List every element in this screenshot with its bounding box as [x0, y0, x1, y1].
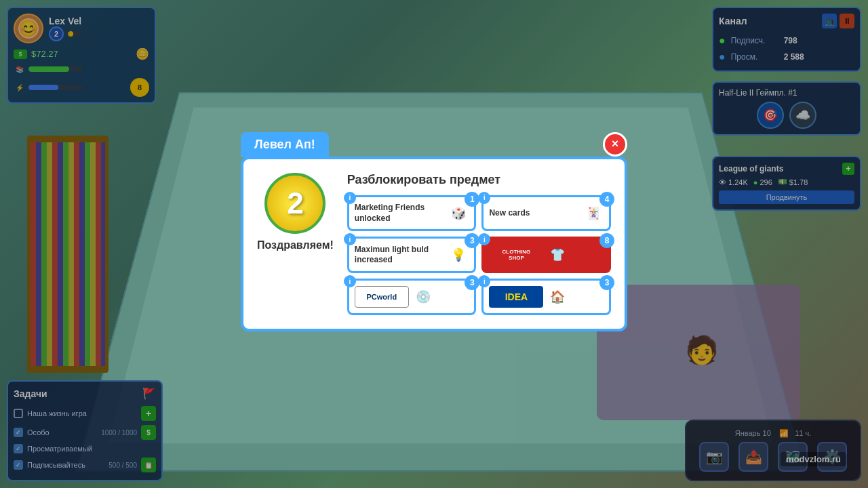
- unlock-count-6: 3: [599, 275, 614, 290]
- idea-logo: IDEA: [489, 286, 543, 308]
- modal-left: 2 Поздравляем!: [257, 173, 334, 251]
- unlock-item-clothing[interactable]: i CLOTHING SHOP 👕 8: [481, 237, 611, 273]
- unlock-count-3: 3: [465, 233, 479, 248]
- info-icon-6: i: [478, 275, 490, 287]
- unlock-count-1: 1: [465, 192, 479, 207]
- unlock-title: Разблокировать предмет: [347, 173, 611, 187]
- levelup-modal: Левел Ап! × 2 Поздравляем! Разблокироват…: [241, 157, 627, 331]
- unlock-item-cards[interactable]: i New cards 🃏 4: [481, 195, 611, 231]
- congrats-text: Поздравляем!: [257, 239, 334, 251]
- modal-right: Разблокировать предмет i Marketing Frien…: [347, 173, 611, 315]
- unlock-icon-2: 🃏: [583, 203, 604, 224]
- unlock-item-marketing[interactable]: i Marketing Friends unlocked 🎲 1: [347, 195, 477, 231]
- unlock-icon-4: 👕: [547, 245, 568, 265]
- level-circle: 2: [264, 173, 326, 234]
- unlock-item-idea[interactable]: i IDEA 🏠 3: [481, 279, 611, 315]
- modal-body: 2 Поздравляем! Разблокировать предмет i …: [257, 173, 611, 315]
- unlock-icon-1: 🎲: [448, 203, 469, 224]
- unlock-item-text-2: New cards: [489, 208, 579, 219]
- modal-header: Левел Ап!: [241, 132, 329, 157]
- info-icon-2: i: [478, 192, 490, 204]
- info-icon-3: i: [344, 233, 356, 245]
- info-icon-5: i: [344, 275, 356, 287]
- unlock-count-2: 4: [599, 192, 614, 207]
- unlock-icon-3: 💡: [448, 245, 469, 265]
- unlock-icon-6: 🏠: [547, 287, 568, 307]
- unlock-item-text-1: Marketing Friends unlocked: [355, 203, 445, 224]
- clothing-logo: CLOTHING SHOP: [489, 244, 543, 266]
- modal-close-button[interactable]: ×: [603, 132, 627, 157]
- modal-overlay: Левел Ап! × 2 Поздравляем! Разблокироват…: [0, 0, 868, 488]
- unlock-icon-5: 💿: [413, 287, 433, 307]
- unlock-item-pcworld[interactable]: i PCworld 💿 3: [347, 279, 477, 315]
- unlock-grid: i Marketing Friends unlocked 🎲 1 i New c…: [347, 195, 611, 315]
- info-icon-4: i: [478, 233, 490, 245]
- pcworld-logo: PCworld: [355, 286, 409, 308]
- unlock-item-text-3: Maximun light buld increased: [355, 245, 445, 266]
- unlock-count-5: 3: [465, 275, 479, 290]
- unlock-count-4: 8: [599, 233, 614, 248]
- info-icon-1: i: [344, 192, 356, 204]
- unlock-item-lightbulb[interactable]: i Maximun light buld increased 💡 3: [347, 237, 477, 273]
